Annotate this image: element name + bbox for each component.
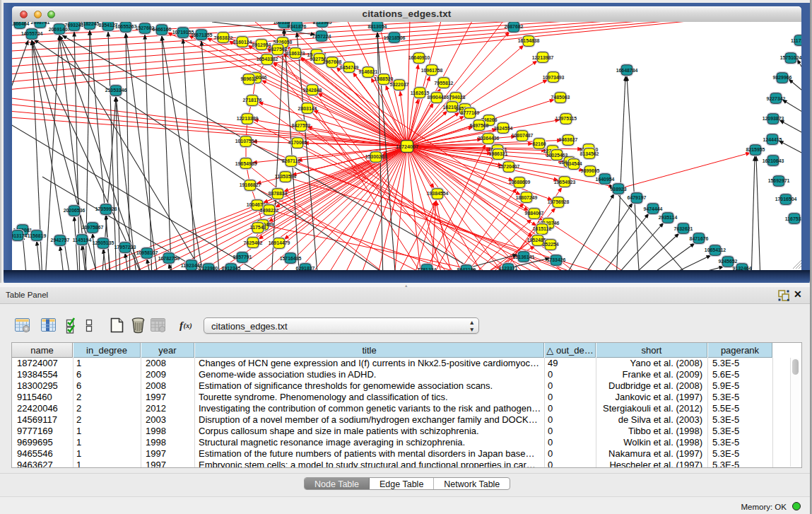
svg-text:18724007: 18724007 (396, 144, 418, 150)
svg-text:6466160: 6466160 (153, 27, 172, 32)
svg-text:15300263: 15300263 (365, 154, 387, 159)
svg-text:1117205: 1117205 (791, 38, 801, 43)
svg-text:9245652: 9245652 (719, 259, 738, 264)
svg-text:9827503: 9827503 (269, 47, 288, 52)
svg-text:19166827: 19166827 (240, 182, 261, 187)
svg-text:10961758: 10961758 (421, 68, 443, 73)
svg-text:252254: 252254 (543, 242, 559, 247)
svg-text:12213389: 12213389 (237, 116, 259, 121)
svg-text:19384554: 19384554 (427, 191, 449, 196)
svg-text:9884067: 9884067 (525, 211, 544, 216)
svg-text:117543: 117543 (250, 225, 266, 230)
svg-text:2098741: 2098741 (31, 22, 50, 25)
svg-text:8813054: 8813054 (368, 24, 387, 29)
svg-text:12975115: 12975115 (555, 116, 577, 121)
svg-text:11353594: 11353594 (275, 174, 296, 179)
svg-text:15136141: 15136141 (513, 255, 535, 259)
svg-text:14055724: 14055724 (21, 31, 43, 36)
svg-text:12093873: 12093873 (763, 116, 784, 121)
svg-text:2803144: 2803144 (298, 106, 317, 111)
svg-text:989612: 989612 (241, 76, 257, 81)
svg-text:19218506: 19218506 (384, 35, 406, 40)
svg-text:8912345: 8912345 (222, 266, 241, 270)
svg-text:10688609: 10688609 (509, 180, 531, 185)
svg-text:10973493: 10973493 (543, 75, 565, 80)
svg-text:2967608: 2967608 (323, 59, 342, 64)
svg-text:9341876: 9341876 (288, 24, 307, 29)
svg-text:15716485: 15716485 (280, 256, 302, 261)
svg-text:15692971: 15692971 (768, 178, 790, 183)
svg-text:1588520: 1588520 (375, 76, 394, 81)
svg-text:16543382: 16543382 (257, 57, 278, 62)
svg-text:1866464: 1866464 (12, 22, 30, 26)
svg-text:12505135: 12505135 (93, 240, 114, 245)
svg-text:7663822: 7663822 (214, 35, 233, 40)
svg-text:9132464: 9132464 (733, 266, 752, 270)
svg-text:10107554: 10107554 (235, 139, 257, 144)
svg-text:2087682: 2087682 (505, 24, 524, 29)
svg-text:938923: 938923 (611, 187, 627, 192)
svg-text:3913174: 3913174 (12, 233, 28, 238)
svg-text:6291837: 6291837 (296, 266, 315, 270)
svg-text:16154838: 16154838 (518, 38, 540, 43)
svg-text:8642190: 8642190 (457, 267, 476, 270)
svg-text:1167533: 1167533 (785, 216, 801, 221)
svg-text:8990448: 8990448 (428, 95, 447, 100)
svg-text:19654985: 19654985 (235, 161, 257, 166)
svg-text:10025463: 10025463 (546, 153, 568, 158)
svg-text:21053346: 21053346 (105, 88, 127, 93)
svg-text:2718176: 2718176 (243, 98, 262, 103)
svg-text:6794028: 6794028 (447, 95, 466, 100)
svg-text:9777169: 9777169 (461, 110, 480, 115)
svg-text:8267110: 8267110 (282, 158, 301, 163)
svg-text:(x): (x) (184, 322, 192, 330)
svg-text:4170065: 4170065 (288, 140, 307, 145)
svg-text:16782759: 16782759 (158, 256, 180, 261)
svg-text:12213987: 12213987 (532, 55, 554, 60)
svg-text:8454749: 8454749 (340, 65, 359, 70)
svg-text:8123905: 8123905 (313, 22, 332, 25)
svg-text:8160124: 8160124 (233, 40, 252, 45)
svg-text:10958107: 10958107 (136, 250, 158, 255)
svg-text:3498222: 3498222 (260, 208, 279, 213)
svg-text:9857791: 9857791 (233, 255, 252, 259)
svg-text:10655267: 10655267 (115, 24, 137, 29)
svg-text:19654923: 19654923 (554, 180, 576, 185)
svg-text:19756928: 19756928 (548, 199, 570, 204)
svg-text:1156819: 1156819 (28, 233, 47, 238)
svg-text:7632621: 7632621 (674, 226, 693, 231)
svg-text:8471676: 8471676 (690, 236, 709, 241)
svg-text:1733426: 1733426 (547, 257, 566, 262)
svg-text:8123371: 8123371 (499, 266, 518, 270)
svg-text:15720407: 15720407 (498, 164, 520, 169)
svg-text:1162615: 1162615 (411, 90, 430, 95)
svg-text:2942757: 2942757 (51, 238, 70, 243)
svg-text:20206536: 20206536 (64, 208, 86, 213)
svg-text:16914479: 16914479 (269, 240, 290, 245)
svg-text:9146821: 9146821 (359, 69, 378, 74)
svg-text:9182245: 9182245 (81, 22, 100, 26)
svg-text:1145194: 1145194 (73, 238, 92, 243)
svg-text:1986321: 1986321 (489, 151, 508, 156)
svg-text:8427552: 8427552 (292, 123, 311, 128)
svg-text:9474444: 9474444 (644, 206, 663, 211)
svg-text:17359928: 17359928 (95, 206, 117, 211)
svg-text:8878834: 8878834 (269, 191, 288, 196)
svg-text:9227342: 9227342 (767, 96, 786, 101)
svg-text:7485063: 7485063 (551, 95, 570, 100)
svg-text:16640910: 16640910 (408, 55, 430, 60)
svg-text:6479197: 6479197 (628, 195, 647, 200)
svg-text:5322037: 5322037 (390, 82, 409, 87)
svg-text:16210643: 16210643 (763, 158, 784, 163)
svg-text:9829966: 9829966 (773, 75, 792, 80)
svg-text:30975867: 30975867 (82, 225, 104, 230)
svg-text:9463627: 9463627 (559, 137, 578, 142)
svg-text:2935114: 2935114 (659, 215, 678, 220)
svg-text:20691406: 20691406 (49, 27, 71, 32)
svg-text:7123980: 7123980 (199, 266, 218, 270)
svg-text:1640954: 1640954 (596, 177, 615, 182)
svg-text:17016504: 17016504 (775, 197, 797, 201)
svg-text:16648784: 16648784 (616, 68, 638, 73)
svg-text:16671355: 16671355 (191, 33, 213, 37)
svg-text:9242848: 9242848 (303, 88, 322, 93)
